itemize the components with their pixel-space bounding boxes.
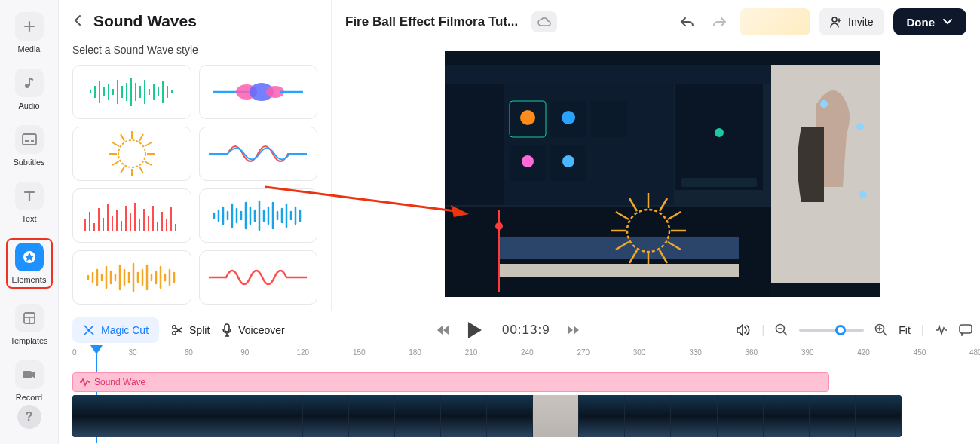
zoom-slider[interactable] — [799, 329, 864, 332]
undo-button[interactable] — [676, 11, 699, 33]
svg-point-111 — [520, 110, 535, 125]
svg-rect-2 — [25, 140, 29, 142]
rail-elements[interactable]: Elements — [6, 238, 53, 289]
svg-rect-1 — [23, 134, 36, 145]
left-nav-rail: Media Audio Subtitles Text Elements Temp… — [0, 0, 59, 444]
video-thumbnail — [579, 395, 625, 437]
templates-icon — [15, 304, 44, 332]
zoom-thumb[interactable] — [835, 325, 846, 335]
chevron-down-icon — [942, 18, 953, 26]
svg-rect-3 — [31, 140, 34, 142]
svg-point-142 — [820, 100, 828, 108]
help-button[interactable]: ? — [17, 405, 41, 429]
magic-cut-button[interactable]: Magic Cut — [72, 317, 159, 343]
svg-rect-8 — [23, 371, 32, 378]
wave-style-3[interactable] — [72, 127, 191, 181]
svg-line-40 — [112, 161, 119, 165]
svg-point-113 — [562, 111, 575, 124]
timecode: 00:13:9 — [502, 323, 550, 338]
wave-style-5[interactable] — [72, 188, 191, 243]
waveform-toggle[interactable] — [935, 324, 948, 336]
camera-icon — [15, 360, 44, 389]
svg-rect-121 — [681, 178, 757, 187]
music-note-icon — [15, 69, 44, 97]
ruler-tick: 30 — [128, 348, 136, 357]
rail-label: Templates — [10, 336, 47, 345]
comment-button[interactable] — [959, 324, 972, 336]
upgrade-button[interactable] — [740, 8, 810, 35]
volume-button[interactable] — [736, 323, 751, 337]
video-thumbnail — [533, 395, 579, 437]
svg-point-148 — [87, 329, 90, 332]
wave-style-7[interactable] — [72, 250, 191, 305]
video-track[interactable] — [72, 395, 902, 437]
ruler-tick: 300 — [633, 348, 646, 357]
svg-rect-151 — [225, 324, 229, 332]
invite-button[interactable]: Invite — [819, 8, 884, 35]
embedded-player-pane — [771, 51, 880, 297]
rail-text[interactable]: Text — [6, 182, 53, 223]
wave-style-grid — [72, 65, 317, 305]
video-thumbnail — [441, 395, 487, 437]
svg-point-105 — [832, 17, 837, 22]
zoom-out-button[interactable] — [775, 323, 789, 337]
done-button[interactable]: Done — [893, 8, 967, 35]
microphone-icon — [222, 323, 232, 337]
svg-line-154 — [783, 332, 787, 335]
svg-line-158 — [883, 332, 887, 335]
svg-line-37 — [139, 167, 143, 173]
video-thumbnail — [303, 395, 349, 437]
timeline-ruler[interactable]: 0306090120150180210240270300330360390420… — [72, 348, 972, 365]
soundwave-track-icon — [79, 378, 90, 387]
rail-media[interactable]: Media — [6, 12, 53, 54]
ruler-tick: 420 — [857, 348, 870, 357]
video-preview[interactable] — [445, 51, 880, 297]
svg-point-118 — [562, 155, 574, 167]
rail-subtitles[interactable]: Subtitles — [6, 125, 53, 167]
cloud-sync-button[interactable] — [531, 11, 557, 32]
ruler-tick: 60 — [185, 348, 193, 357]
split-button[interactable]: Split — [171, 324, 210, 336]
video-thumbnail — [72, 395, 118, 437]
redo-button[interactable] — [708, 11, 730, 33]
wave-style-1[interactable] — [72, 65, 191, 119]
timeline-toolbar: Magic Cut Split Voiceover 00:13:9 | Fit … — [72, 315, 972, 345]
soundwave-track[interactable]: Sound Wave — [72, 372, 829, 392]
video-thumbnail — [764, 395, 810, 437]
video-thumbnail — [671, 395, 717, 437]
skip-forward-button[interactable] — [567, 324, 580, 336]
svg-point-144 — [859, 191, 867, 198]
voiceover-button[interactable]: Voiceover — [222, 323, 284, 337]
ruler-tick: 240 — [521, 348, 534, 357]
ruler-tick: 450 — [914, 348, 926, 357]
svg-line-42 — [112, 142, 119, 146]
wave-style-4[interactable] — [199, 127, 318, 181]
fit-button[interactable]: Fit — [899, 324, 911, 336]
sparkle-scissors-icon — [83, 324, 95, 336]
wave-style-6[interactable] — [199, 188, 318, 243]
rail-label: Audio — [18, 101, 39, 110]
wave-style-2[interactable] — [199, 65, 318, 119]
skip-back-button[interactable] — [436, 324, 449, 336]
svg-line-43 — [121, 134, 124, 141]
svg-rect-108 — [445, 84, 504, 205]
wave-style-8[interactable] — [199, 250, 318, 305]
ruler-tick: 390 — [801, 348, 814, 357]
panel-header: Sound Waves — [72, 12, 317, 30]
zoom-in-button[interactable] — [874, 323, 888, 337]
back-button[interactable] — [72, 14, 86, 28]
rail-record[interactable]: Record — [6, 360, 53, 402]
svg-rect-106 — [445, 51, 771, 65]
svg-rect-145 — [771, 283, 880, 297]
video-thumbnail — [718, 395, 764, 437]
rail-templates[interactable]: Templates — [6, 304, 53, 345]
ruler-tick: 120 — [297, 348, 310, 357]
ruler-tick: 210 — [465, 348, 478, 357]
rail-audio[interactable]: Audio — [6, 69, 53, 110]
play-button[interactable] — [466, 320, 485, 340]
subtitles-icon — [15, 125, 44, 154]
video-thumbnail — [164, 395, 210, 437]
svg-rect-137 — [498, 264, 739, 277]
ruler-tick: 180 — [409, 348, 421, 357]
scissors-icon — [171, 324, 183, 336]
